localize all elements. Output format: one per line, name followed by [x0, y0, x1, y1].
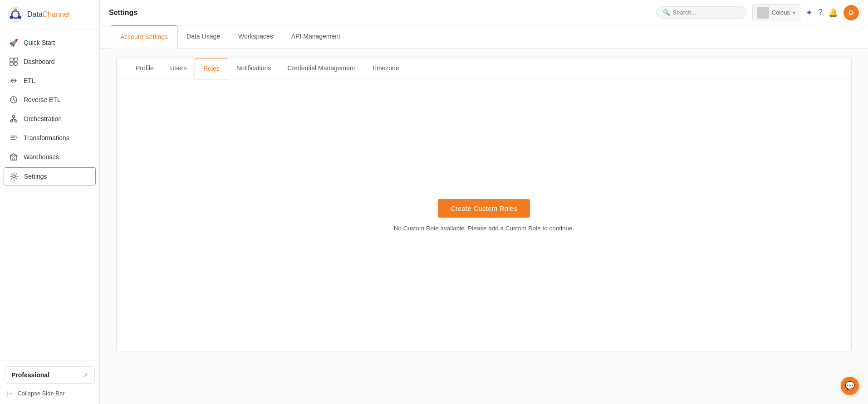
- external-link-icon: ↗: [83, 371, 88, 379]
- sidebar-item-orchestration[interactable]: Orchestration: [0, 109, 99, 128]
- settings-icon: [10, 172, 19, 181]
- tab-api-management[interactable]: API Management: [282, 25, 349, 48]
- logo-text: DataChannel: [27, 10, 69, 19]
- plan-badge[interactable]: Professional ↗: [5, 366, 95, 384]
- sidebar-item-quick-start[interactable]: 🚀 Quick Start: [0, 33, 99, 52]
- tabs-level1: Account Settings Data Usage Workspaces A…: [100, 25, 868, 49]
- collapse-icon: |←: [6, 390, 14, 397]
- sidebar-item-reverse-etl[interactable]: Reverse ETL: [0, 90, 99, 109]
- sidebar-item-label: Quick Start: [24, 39, 55, 46]
- reverse-etl-icon: [9, 95, 18, 104]
- main: Settings 🔍 Coleus ▾ ✦ ? 🔔 D Account Set: [100, 0, 868, 404]
- svg-rect-5: [10, 58, 13, 61]
- sparkle-icon[interactable]: ✦: [806, 8, 813, 18]
- tab-profile[interactable]: Profile: [128, 58, 162, 79]
- tab-users[interactable]: Users: [162, 58, 195, 79]
- empty-message: No Custom Role available. Please add a C…: [394, 225, 574, 232]
- svg-rect-7: [10, 62, 13, 65]
- collapse-label: Collapse Side Bar: [17, 390, 64, 397]
- tab-data-usage[interactable]: Data Usage: [177, 25, 229, 48]
- tab-workspaces[interactable]: Workspaces: [229, 25, 282, 48]
- transformations-icon: [9, 133, 18, 142]
- sidebar-item-label: Dashboard: [24, 58, 55, 65]
- svg-point-3: [18, 16, 21, 19]
- sidebar-bottom: Professional ↗ |← Collapse Side Bar: [0, 360, 99, 404]
- bell-icon[interactable]: 🔔: [828, 8, 838, 18]
- sidebar-item-warehouses[interactable]: Warehouses: [0, 147, 99, 166]
- sidebar-item-label: Warehouses: [24, 153, 59, 161]
- search-input[interactable]: [673, 9, 740, 16]
- logo-icon: [7, 6, 24, 23]
- chevron-down-icon: ▾: [793, 10, 795, 16]
- avatar-initial: D: [849, 9, 854, 16]
- logo: DataChannel: [0, 0, 99, 29]
- sidebar-item-transformations[interactable]: Transformations: [0, 128, 99, 147]
- sidebar: DataChannel 🚀 Quick Start Dashboard ETL …: [0, 0, 100, 404]
- sidebar-item-label: Reverse ETL: [24, 96, 61, 103]
- user-name: Coleus: [772, 9, 790, 16]
- page-title: Settings: [109, 9, 137, 17]
- orchestration-icon: [9, 114, 18, 123]
- rocket-icon: 🚀: [9, 38, 18, 47]
- etl-icon: [9, 76, 18, 85]
- tab-credential-management[interactable]: Credential Management: [279, 58, 363, 79]
- user-avatar-small: [757, 7, 769, 19]
- tab-timezone[interactable]: Timezone: [363, 58, 407, 79]
- sidebar-nav: 🚀 Quick Start Dashboard ETL Reverse ETL: [0, 29, 99, 360]
- plan-label: Professional: [11, 371, 49, 379]
- sidebar-item-label: Orchestration: [24, 115, 62, 122]
- dashboard-icon: [9, 57, 18, 66]
- svg-point-4: [10, 16, 13, 19]
- sidebar-item-settings[interactable]: Settings: [4, 167, 96, 185]
- sidebar-item-label: ETL: [24, 77, 35, 84]
- tab-notifications[interactable]: Notifications: [228, 58, 279, 79]
- roles-content: Create Custom Roles No Custom Role avail…: [116, 79, 852, 351]
- help-icon[interactable]: ?: [818, 8, 823, 17]
- chat-bubble[interactable]: 💬: [841, 377, 859, 395]
- tab-roles[interactable]: Roles: [195, 58, 228, 79]
- warehouses-icon: [9, 152, 18, 161]
- search-box[interactable]: 🔍: [656, 6, 747, 19]
- svg-rect-8: [14, 62, 17, 65]
- user-dropdown[interactable]: Coleus ▾: [752, 4, 800, 21]
- topbar: Settings 🔍 Coleus ▾ ✦ ? 🔔 D: [100, 0, 868, 25]
- topbar-right: 🔍 Coleus ▾ ✦ ? 🔔 D: [656, 4, 859, 21]
- svg-rect-6: [14, 58, 17, 61]
- create-custom-roles-button[interactable]: Create Custom Roles: [438, 199, 530, 218]
- sidebar-item-etl[interactable]: ETL: [0, 71, 99, 90]
- sidebar-item-label: Settings: [24, 173, 47, 180]
- collapse-sidebar-button[interactable]: |← Collapse Side Bar: [5, 388, 95, 399]
- tabs-level2: Profile Users Roles Notifications Creden…: [116, 58, 852, 79]
- chat-icon: 💬: [845, 381, 855, 391]
- sidebar-item-label: Transformations: [24, 134, 69, 141]
- tabs-container: Profile Users Roles Notifications Creden…: [109, 58, 859, 351]
- search-icon: 🔍: [663, 9, 670, 16]
- svg-point-2: [14, 9, 17, 12]
- svg-point-16: [13, 175, 15, 178]
- content-area: Account Settings Data Usage Workspaces A…: [100, 25, 868, 404]
- tab-account-settings[interactable]: Account Settings: [111, 25, 177, 49]
- sidebar-item-dashboard[interactable]: Dashboard: [0, 52, 99, 71]
- avatar[interactable]: D: [843, 5, 859, 20]
- svg-marker-13: [16, 137, 17, 139]
